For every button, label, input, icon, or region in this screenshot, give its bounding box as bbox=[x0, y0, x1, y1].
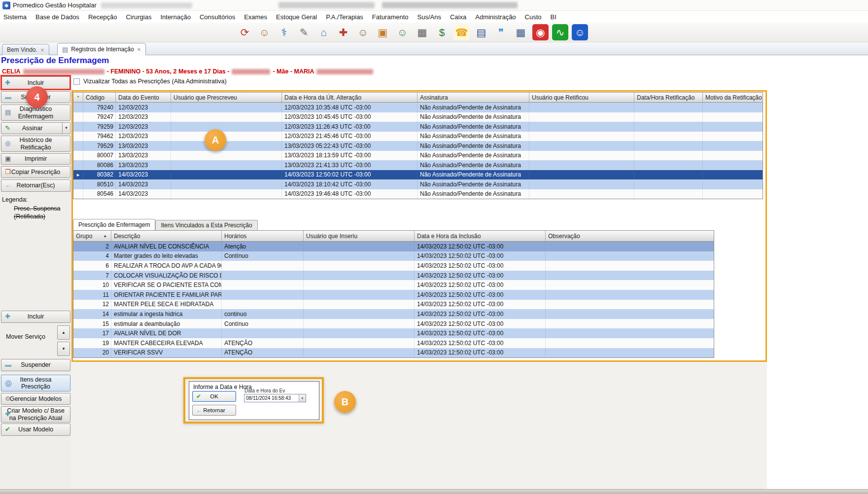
menu-item[interactable]: Faturamento bbox=[372, 13, 409, 21]
vitals-chart-icon[interactable]: ∿ bbox=[552, 24, 568, 40]
menu-item[interactable]: Caixa bbox=[450, 13, 466, 21]
close-icon[interactable]: ✕ bbox=[137, 47, 141, 52]
item-row[interactable]: 12 MANTER PELE SECA E HIDRATADA 14/03/20… bbox=[73, 300, 714, 310]
item-row[interactable]: 2 AVALIAR NÍVEL DE CONSCIÊNCIA Atenção 1… bbox=[73, 242, 714, 251]
power-icon[interactable]: ◉ bbox=[532, 24, 549, 40]
column-header-usuario-inseriu[interactable]: Usuário que Inseriu bbox=[304, 231, 415, 241]
datetime-combobox[interactable]: 08/11/2024 16:58:43 ▼ bbox=[244, 394, 306, 402]
menu-item[interactable]: Sus/Ans bbox=[417, 13, 441, 21]
visualizar-todas-checkbox[interactable] bbox=[73, 78, 80, 85]
spreadsheet-icon[interactable]: ▦ bbox=[513, 24, 529, 40]
column-header-observacao[interactable]: Observação bbox=[546, 231, 715, 241]
criar-modelo-button[interactable]: ✚ Criar Modelo c/ Base na Prescrição Atu… bbox=[1, 406, 70, 423]
item-row[interactable]: 20 VERIFICAR SSVV ATENÇÃO 14/03/2023 12:… bbox=[73, 348, 714, 358]
menu-item[interactable]: Cirurgias bbox=[126, 13, 151, 21]
chevron-down-icon[interactable]: ▼ bbox=[299, 394, 306, 402]
imprimir-button[interactable]: ▣ Imprimir bbox=[1, 153, 70, 165]
cell-descricao: AVALIAR NÍVEL DE CONSCIÊNCIA bbox=[111, 242, 222, 251]
prescription-row[interactable]: 80546 14/03/2023 14/03/2023 19:46:48 UTC… bbox=[73, 189, 763, 199]
blue-user-icon[interactable]: ☺ bbox=[572, 24, 588, 40]
gerenciar-modelos-button[interactable]: ⚙ Gerenciar Modelos bbox=[1, 393, 70, 405]
column-header-usuario-prescreveu[interactable]: Usuário que Prescreveu bbox=[171, 93, 282, 102]
menu-item[interactable]: Custo bbox=[525, 13, 542, 21]
retornar-dialog-button[interactable]: ← Retornar bbox=[192, 405, 236, 416]
column-header-codigo[interactable]: Código bbox=[83, 93, 116, 102]
itens-dessa-prescricao-button[interactable]: ◎ Itens dessa Prescrição bbox=[1, 375, 70, 391]
close-icon[interactable]: ✕ bbox=[40, 47, 44, 53]
menu-item[interactable]: Internação bbox=[160, 13, 190, 21]
chat-icon[interactable]: ❞ bbox=[493, 24, 509, 40]
supplies-box-icon[interactable]: ▣ bbox=[375, 24, 391, 40]
prescription-row[interactable]: 80510 14/03/2023 14/03/2023 18:10:42 UTC… bbox=[73, 179, 763, 189]
prescription-row[interactable]: 80086 13/03/2023 13/03/2023 21:41:33 UTC… bbox=[73, 160, 763, 170]
column-header-data-retificacao[interactable]: Data/Hora Retificação bbox=[634, 93, 703, 102]
retornar-button[interactable]: ← Retornar(Esc) bbox=[1, 179, 70, 192]
menu-item[interactable]: P.A./Terapias bbox=[326, 13, 363, 21]
prescription-row[interactable]: 80007 13/03/2023 13/03/2023 18:13:59 UTC… bbox=[73, 151, 763, 161]
menu-item[interactable]: Administração bbox=[475, 13, 516, 21]
cell-data-retificacao bbox=[634, 141, 703, 151]
tab-prescricao-enfermagem[interactable]: Prescrição de Enfermagem bbox=[73, 219, 155, 230]
hospital-bed-icon[interactable]: ⌂ bbox=[315, 24, 332, 40]
item-row[interactable]: 6 REALIZAR A TROCA DO AVP A CADA 96 14/0… bbox=[73, 261, 714, 271]
item-row[interactable]: 10 VERIFICAR SE O PACIENTE ESTA COM F 14… bbox=[73, 280, 714, 290]
usar-modelo-button[interactable]: ✔ Usar Modelo bbox=[1, 423, 70, 436]
assinar-button[interactable]: ✎ Assinar ▼ bbox=[1, 122, 70, 134]
prescription-row[interactable]: 79247 12/03/2023 12/03/2023 10:45:45 UTC… bbox=[73, 112, 763, 122]
menu-item[interactable]: Base de Dados bbox=[35, 13, 79, 21]
item-row[interactable]: 15 estimular a deambulação Contínuo 14/0… bbox=[73, 319, 714, 329]
item-row[interactable]: 14 estimular a ingesta hidrica continuo … bbox=[73, 309, 714, 319]
column-header-descricao[interactable]: Descrição bbox=[111, 231, 222, 241]
column-header-ultima-alteracao[interactable]: Data e Hora da Últ. Alteração bbox=[282, 93, 417, 102]
item-row[interactable]: 7 COLOCAR VISUALIZAÇÃO DE RISCO DE 14/03… bbox=[73, 271, 714, 281]
prescription-row[interactable]: 79240 12/03/2023 12/03/2023 10:35:48 UTC… bbox=[73, 103, 763, 112]
column-header-data-inclusao[interactable]: Data e Hora da Inclusão bbox=[415, 231, 546, 241]
column-header-assinatura[interactable]: Assinatura bbox=[417, 93, 529, 102]
tab-itens-vinculados[interactable]: Itens Vinculados a Esta Prescrição bbox=[155, 220, 257, 230]
suspender-item-button[interactable]: ▬ Suspender bbox=[1, 359, 70, 371]
column-header-usuario-retificou[interactable]: Usuário que Retificou bbox=[529, 93, 634, 102]
prescription-row[interactable]: 79529 13/03/2023 13/03/2023 05:22:43 UTC… bbox=[73, 141, 763, 151]
people-group-icon[interactable]: ☺ bbox=[355, 24, 371, 40]
column-header-horarios[interactable]: Horários bbox=[222, 231, 304, 241]
move-down-button[interactable]: ▼ bbox=[57, 342, 70, 356]
incluir-item-button[interactable]: ✚ Incluir bbox=[1, 311, 70, 323]
ok-button[interactable]: ✔ OK bbox=[192, 391, 236, 402]
item-row[interactable]: 17 AVALIAR NÍVEL DE DOR 14/03/2023 12:50… bbox=[73, 328, 714, 338]
prescription-row[interactable]: 80382 14/03/2023 14/03/2023 12:50:02 UTC… bbox=[73, 170, 763, 180]
menu-item[interactable]: Exames bbox=[244, 13, 267, 21]
item-row[interactable]: 11 ORIENTAR PACIENTE E FAMILIAR PARA 14/… bbox=[73, 290, 714, 300]
cell-grupo: 20 bbox=[73, 348, 111, 358]
historico-retificacao-button[interactable]: ◎ Histórico de Retificação bbox=[1, 136, 70, 152]
copiar-prescricao-button[interactable]: ❐ Copiar Prescrição bbox=[1, 166, 70, 178]
column-header-motivo[interactable]: Motivo da Retificação bbox=[703, 93, 764, 102]
cell-data-evento: 12/03/2023 bbox=[116, 103, 171, 112]
menu-item[interactable]: Consultórios bbox=[200, 13, 235, 21]
patient-photo-icon[interactable]: ☺ bbox=[256, 24, 273, 40]
safe-icon[interactable]: ▦ bbox=[414, 24, 430, 40]
menu-item[interactable]: Sistema bbox=[3, 13, 27, 21]
menu-item[interactable]: Recepção bbox=[88, 13, 117, 21]
item-row[interactable]: 19 MANTER CABECEIRA ELEVADA ATENÇÃO 14/0… bbox=[73, 338, 714, 348]
tab-bem-vindo[interactable]: Bem Vindo. ✕ bbox=[2, 44, 49, 55]
team-icon[interactable]: ☺ bbox=[394, 24, 411, 40]
prescription-row[interactable]: 79462 12/03/2023 12/03/2023 21:45:46 UTC… bbox=[73, 132, 763, 141]
sync-users-icon[interactable]: ⟳ bbox=[237, 24, 253, 40]
book-icon[interactable]: ▤ bbox=[473, 24, 489, 40]
chevron-down-icon[interactable]: ▼ bbox=[62, 123, 70, 134]
cell-usuario-inseriu bbox=[304, 261, 415, 271]
ambulance-icon[interactable]: ✚ bbox=[335, 24, 351, 40]
item-row[interactable]: 4 Manter grades do leito elevadas Contín… bbox=[73, 251, 714, 261]
prescription-pad-icon[interactable]: ✎ bbox=[296, 24, 312, 40]
phone-icon[interactable]: ☎ bbox=[453, 24, 470, 40]
menu-item[interactable]: Estoque Geral bbox=[276, 13, 317, 21]
doctor-icon[interactable]: ⚕ bbox=[276, 24, 292, 40]
cell-usuario-inseriu bbox=[304, 309, 415, 319]
move-up-button[interactable]: ▲ bbox=[57, 325, 70, 340]
column-header-data-evento[interactable]: Data do Evento bbox=[116, 93, 171, 102]
column-header-grupo[interactable]: Grupo ▲ bbox=[73, 231, 111, 241]
menu-item[interactable]: BI bbox=[551, 13, 556, 21]
billing-calculator-icon[interactable]: $ bbox=[434, 24, 450, 40]
prescription-row[interactable]: 79259 12/03/2023 12/03/2023 11:26:43 UTC… bbox=[73, 122, 763, 132]
tab-registros-internacao[interactable]: ▤ Registros de Internação ✕ bbox=[57, 43, 146, 55]
